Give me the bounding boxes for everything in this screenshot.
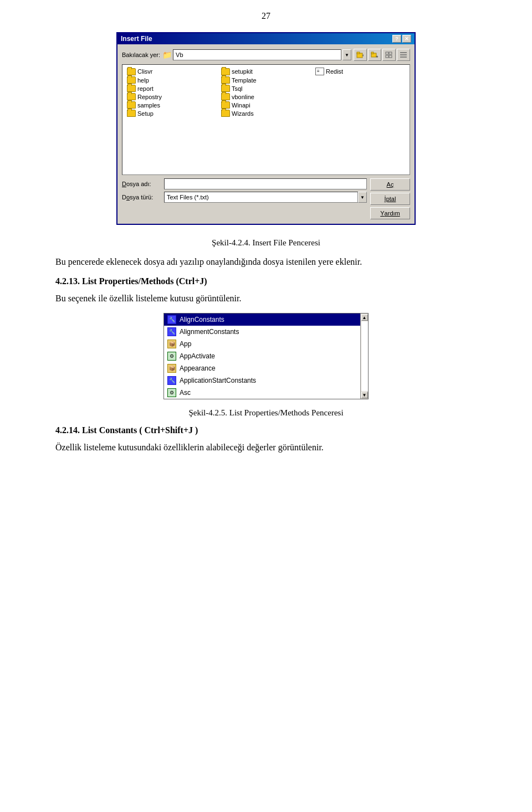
file-item-empty5: [313, 109, 407, 117]
listprop-item-label: App: [180, 340, 191, 348]
listprop-wrapper: 🔧 AlignConstants 🔧 AlignmentConstants 📦 …: [164, 314, 368, 399]
listprop-item-icon: 🔧: [167, 376, 176, 385]
location-folder-icon: 📁: [162, 50, 172, 59]
location-dropdown-arrow[interactable]: ▼: [342, 49, 351, 60]
file-item-help[interactable]: help: [125, 76, 219, 84]
file-item-samples[interactable]: samples: [125, 101, 219, 109]
help-underline: Y: [380, 210, 384, 217]
file-item-vbonline[interactable]: vbonline: [219, 92, 313, 101]
file-item-repostry[interactable]: Repostry: [125, 92, 219, 101]
caption-insert-file: Şekil-4.2.4. Insert File Penceresi: [22, 238, 510, 248]
location-label: Bakılacak yer:: [122, 52, 160, 58]
file-name: Setup: [137, 110, 154, 117]
dialog-body: Bakılacak yer: 📁 Vb ▼ +: [117, 44, 415, 224]
open-button[interactable]: Aç: [370, 178, 410, 191]
dialog-fields: Dosya adı: Dosya türü: Text Files (*.txt…: [122, 178, 367, 205]
file-item-empty1: [313, 76, 407, 84]
caption-listprop: Şekil-4.2.5. List Properties/Methods Pen…: [22, 408, 510, 418]
folder-icon: [127, 101, 136, 109]
help-dialog-button[interactable]: Yardım: [370, 207, 410, 219]
listprop-item-appearance[interactable]: 📦 Appearance: [164, 362, 360, 374]
file-item-setupkit[interactable]: setupkit: [219, 67, 313, 76]
filetype-row: Dosya türü: Text Files (*.txt) ▼: [122, 192, 367, 203]
svg-rect-6: [389, 52, 392, 54]
view-details-button[interactable]: [397, 49, 410, 61]
file-name: vbonline: [232, 94, 254, 100]
listprop-item-alignconstants[interactable]: 🔧 AlignConstants: [164, 314, 360, 326]
section-213-para: Bu seçenek ile özellik listeleme kutusu …: [55, 292, 510, 305]
listprop-item-icon: 📦: [167, 340, 176, 348]
file-item-redist[interactable]: Redist: [313, 67, 407, 76]
folder-icon: [127, 110, 136, 117]
listprop-item-icon: 🔧: [167, 315, 176, 324]
file-item-tsql[interactable]: Tsql: [219, 84, 313, 92]
folder-icon: [221, 76, 230, 84]
folder-icon: [221, 101, 230, 109]
location-combo[interactable]: Vb: [173, 49, 341, 60]
listprop-item-label: Appearance: [180, 364, 216, 372]
section-213-heading: 4.2.13. List Properties/Methods (Ctrl+J): [55, 276, 510, 286]
listprop-item-asc[interactable]: ⚙ Asc: [164, 387, 360, 399]
svg-rect-5: [386, 52, 388, 54]
svg-text:+: +: [376, 54, 378, 59]
cancel-button[interactable]: İptal: [370, 193, 410, 205]
scroll-down-arrow[interactable]: ▼: [361, 392, 368, 398]
file-item-template[interactable]: Template: [219, 76, 313, 84]
file-name: Tsql: [232, 85, 243, 92]
listprop-item-app[interactable]: 📦 App: [164, 338, 360, 350]
toolbar-icon-group: +: [354, 49, 410, 61]
svg-rect-1: [357, 52, 360, 54]
file-name: Redist: [326, 68, 343, 75]
listprop-list: 🔧 AlignConstants 🔧 AlignmentConstants 📦 …: [164, 314, 360, 399]
cancel-button-label: İptal: [385, 196, 396, 202]
filename-label: Dosya adı:: [122, 181, 161, 187]
file-name: help: [137, 77, 149, 84]
up-folder-button[interactable]: [354, 49, 367, 61]
listprop-item-applicationstartconstants[interactable]: 🔧 ApplicationStartConstants: [164, 374, 360, 387]
close-button[interactable]: ✕: [402, 35, 411, 43]
open-button-underline: A: [387, 181, 391, 188]
section-214-heading: 4.2.14. List Constants ( Ctrl+Shift+J ): [55, 425, 510, 435]
listprop-item-label: AlignmentConstants: [180, 328, 239, 336]
folder-icon: [127, 68, 136, 75]
svg-rect-3: [371, 52, 374, 54]
folder-icon: [127, 93, 136, 100]
filename-input[interactable]: [164, 178, 367, 189]
filename-row: Dosya adı:: [122, 178, 367, 189]
file-name: setupkit: [232, 68, 253, 75]
file-name: Wizards: [232, 110, 254, 117]
filetype-dropdown-arrow[interactable]: ▼: [358, 192, 367, 203]
dialog-titlebar: Insert File ? ✕: [117, 33, 415, 44]
listprop-dialog: 🔧 AlignConstants 🔧 AlignmentConstants 📦 …: [163, 313, 369, 399]
folder-icon: [221, 93, 230, 100]
scroll-up-arrow[interactable]: ▲: [361, 314, 368, 321]
svg-rect-7: [386, 55, 388, 58]
listprop-item-icon: 🔧: [167, 327, 176, 336]
open-button-label: ç: [391, 181, 394, 188]
listprop-item-icon: 📦: [167, 364, 176, 373]
file-item-wizards[interactable]: Wizards: [219, 109, 313, 117]
file-item-clisvr[interactable]: Clisvr: [125, 67, 219, 76]
para-insert-file: Bu pencerede eklenecek dosya adı yazılıp…: [55, 255, 510, 269]
location-value: Vb: [176, 52, 183, 58]
file-item-winapi[interactable]: Winapi: [219, 101, 313, 109]
help-button[interactable]: ?: [392, 35, 401, 43]
titlebar-buttons: ? ✕: [392, 35, 411, 43]
create-folder-button[interactable]: +: [368, 49, 381, 61]
file-item-setup[interactable]: Setup: [125, 109, 219, 117]
listprop-item-label: AlignConstants: [180, 316, 224, 323]
file-name: Repostry: [137, 94, 162, 100]
listprop-item-alignmentconstants[interactable]: 🔧 AlignmentConstants: [164, 326, 360, 338]
folder-icon: [127, 85, 136, 92]
filetype-combo[interactable]: Text Files (*.txt): [164, 192, 358, 203]
file-item-report[interactable]: report: [125, 84, 219, 92]
help-button-label: ardım: [385, 210, 400, 217]
listprop-dialog-container: 🔧 AlignConstants 🔧 AlignmentConstants 📦 …: [22, 313, 510, 399]
insert-file-dialog: Insert File ? ✕ Bakılacak yer: 📁 Vb ▼: [116, 32, 416, 225]
dialog-action-buttons: Aç İptal Yardım: [370, 178, 410, 219]
listprop-item-appactivate[interactable]: ⚙ AppActivate: [164, 350, 360, 362]
listprop-scrollbar: ▲ ▼: [360, 314, 368, 399]
section-214-para: Özellik listeleme kutusundaki özellikler…: [55, 441, 510, 454]
scroll-thumb[interactable]: [361, 321, 368, 391]
view-list-button[interactable]: [382, 49, 396, 61]
